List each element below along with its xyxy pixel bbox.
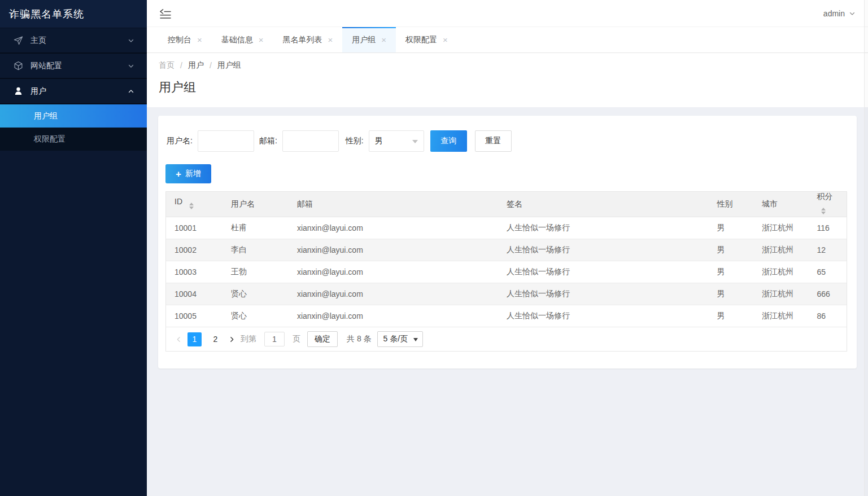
table-cell: 浙江杭州 bbox=[753, 217, 809, 239]
table-cell: 男 bbox=[708, 239, 753, 261]
column-label: ID bbox=[175, 197, 182, 206]
tab-blacklist[interactable]: 黑名单列表 × bbox=[273, 27, 343, 52]
table-cell: 人生恰似一场修行 bbox=[498, 217, 708, 239]
chevron-up-icon bbox=[128, 88, 134, 95]
column-label: 用户名 bbox=[231, 199, 255, 208]
table-row[interactable]: 10003王勃xianxin@layui.com人生恰似一场修行男浙江杭州65 bbox=[166, 261, 847, 283]
table-cell: 人生恰似一场修行 bbox=[498, 261, 708, 283]
table-cell: 男 bbox=[708, 261, 753, 283]
page-size-value: 5 条/页 bbox=[383, 334, 408, 344]
add-button-label: 新增 bbox=[185, 169, 201, 179]
breadcrumb: 首页 / 用户 / 用户组 bbox=[159, 60, 856, 71]
tab-label: 黑名单列表 bbox=[283, 35, 322, 45]
sidebar-background bbox=[0, 151, 147, 496]
sidebar-item-home[interactable]: 主页 bbox=[0, 28, 147, 54]
page-title: 用户组 bbox=[159, 79, 856, 96]
plus-icon: + bbox=[176, 169, 181, 179]
page-header: 首页 / 用户 / 用户组 用户组 bbox=[147, 53, 868, 107]
column-header-gender: 性别 bbox=[708, 192, 753, 217]
tab-label: 基础信息 bbox=[221, 35, 253, 45]
tab-basic-info[interactable]: 基础信息 × bbox=[212, 27, 273, 52]
table-row[interactable]: 10001杜甫xianxin@layui.com人生恰似一场修行男浙江杭州116 bbox=[166, 217, 847, 239]
gender-select-value: 男 bbox=[375, 136, 383, 146]
breadcrumb-separator: / bbox=[180, 61, 182, 70]
sidebar-item-site-config[interactable]: 网站配置 bbox=[0, 54, 147, 79]
prev-page-icon[interactable] bbox=[173, 332, 184, 346]
column-header-signature: 签名 bbox=[498, 192, 708, 217]
table-cell: xianxin@layui.com bbox=[289, 261, 498, 283]
table-row[interactable]: 10002李白xianxin@layui.com人生恰似一场修行男浙江杭州12 bbox=[166, 239, 847, 261]
username-input[interactable] bbox=[198, 130, 254, 152]
table-cell: 浙江杭州 bbox=[753, 261, 809, 283]
username: admin bbox=[823, 9, 845, 18]
table-cell: 浙江杭州 bbox=[753, 283, 809, 305]
column-header-id[interactable]: ID bbox=[166, 192, 223, 217]
topbar: admin bbox=[147, 0, 868, 27]
user-menu[interactable]: admin bbox=[823, 9, 856, 18]
table-cell: 王勃 bbox=[223, 261, 289, 283]
sidebar-item-user-group[interactable]: 用户组 bbox=[0, 104, 147, 128]
dropdown-triangle-icon bbox=[412, 140, 418, 146]
tab-close-icon[interactable]: × bbox=[381, 36, 386, 44]
tab-label: 权限配置 bbox=[405, 35, 437, 45]
table-cell: 10005 bbox=[166, 305, 223, 327]
table-cell: xianxin@layui.com bbox=[289, 217, 498, 239]
sidebar-item-user[interactable]: 用户 bbox=[0, 79, 147, 104]
table-cell: 男 bbox=[708, 217, 753, 239]
table-cell: 杜甫 bbox=[223, 217, 289, 239]
sort-icon[interactable] bbox=[821, 205, 826, 217]
tab-close-icon[interactable]: × bbox=[259, 36, 264, 44]
email-input[interactable] bbox=[282, 130, 339, 152]
confirm-button[interactable]: 确定 bbox=[307, 331, 338, 347]
column-label: 签名 bbox=[507, 199, 522, 208]
table-cell: 10001 bbox=[166, 217, 223, 239]
next-page-icon[interactable] bbox=[226, 332, 237, 346]
table-cell: 12 bbox=[808, 239, 847, 261]
sort-icon[interactable] bbox=[189, 200, 194, 212]
table-cell: xianxin@layui.com bbox=[289, 239, 498, 261]
table-cell: 人生恰似一场修行 bbox=[498, 283, 708, 305]
column-label: 城市 bbox=[762, 199, 778, 208]
chevron-down-icon bbox=[128, 63, 134, 69]
filter-form: 用户名: 邮箱: 性别: 男 查询 重置 bbox=[165, 130, 847, 152]
breadcrumb-home[interactable]: 首页 bbox=[159, 60, 175, 71]
tab-console[interactable]: 控制台 × bbox=[158, 27, 212, 52]
page-size-select[interactable]: 5 条/页 bbox=[377, 331, 424, 347]
user-icon bbox=[14, 86, 23, 96]
table-cell: 10004 bbox=[166, 283, 223, 305]
sidebar-collapse-icon[interactable] bbox=[159, 8, 172, 19]
tab-user-group[interactable]: 用户组 × bbox=[342, 27, 396, 52]
chevron-down-icon bbox=[849, 10, 856, 17]
sidebar: 诈骗黑名单系统 主页 网站配置 用户 bbox=[0, 0, 147, 496]
tab-permission-config[interactable]: 权限配置 × bbox=[396, 27, 457, 52]
table-cell: xianxin@layui.com bbox=[289, 283, 498, 305]
sidebar-item-label: 用户 bbox=[30, 86, 46, 96]
table-row[interactable]: 10005贤心xianxin@layui.com人生恰似一场修行男浙江杭州86 bbox=[166, 305, 847, 327]
add-button[interactable]: + 新增 bbox=[165, 164, 211, 183]
sidebar-item-permission-config[interactable]: 权限配置 bbox=[0, 128, 147, 151]
tab-close-icon[interactable]: × bbox=[443, 36, 448, 44]
table-cell: 浙江杭州 bbox=[753, 305, 809, 327]
page-number-1[interactable]: 1 bbox=[187, 332, 202, 346]
gender-label: 性别: bbox=[346, 136, 364, 146]
page-number-2[interactable]: 2 bbox=[208, 332, 223, 346]
tab-close-icon[interactable]: × bbox=[197, 36, 202, 44]
column-label: 积分 bbox=[817, 192, 832, 201]
search-button[interactable]: 查询 bbox=[430, 130, 467, 152]
table-body: 10001杜甫xianxin@layui.com人生恰似一场修行男浙江杭州116… bbox=[166, 217, 847, 327]
table-row[interactable]: 10004贤心xianxin@layui.com人生恰似一场修行男浙江杭州666 bbox=[166, 283, 847, 305]
page-suffix-label: 页 bbox=[293, 334, 300, 344]
reset-button[interactable]: 重置 bbox=[475, 130, 512, 152]
total-count-label: 共 8 条 bbox=[347, 334, 372, 344]
table-cell: 人生恰似一场修行 bbox=[498, 239, 708, 261]
table-cell: 10002 bbox=[166, 239, 223, 261]
dropdown-triangle-icon bbox=[413, 338, 418, 344]
tab-close-icon[interactable]: × bbox=[328, 36, 333, 44]
goto-page-input[interactable] bbox=[264, 332, 285, 346]
gender-select[interactable]: 男 bbox=[369, 130, 424, 152]
content-area: 用户名: 邮箱: 性别: 男 查询 重置 + 新增 bbox=[147, 107, 868, 496]
table-cell: 人生恰似一场修行 bbox=[498, 305, 708, 327]
pagination: 1 2 到第 页 确定 共 8 条 5 条/页 bbox=[166, 327, 847, 351]
window-scrollbar[interactable] bbox=[864, 0, 868, 496]
column-header-score[interactable]: 积分 bbox=[808, 192, 847, 217]
